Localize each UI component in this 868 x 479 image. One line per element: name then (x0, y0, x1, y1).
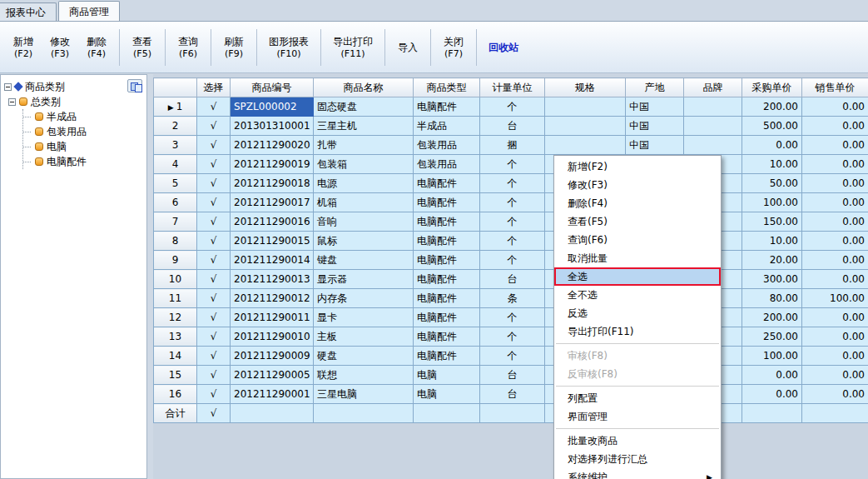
cell-purchase-price[interactable]: 0.00 (742, 136, 802, 155)
col-header-unit[interactable]: 计量单位 (480, 78, 545, 97)
cell-sale-price[interactable]: 0.00 (802, 251, 868, 270)
cell-sale-price[interactable]: 0.00 (802, 136, 868, 155)
cell-name[interactable]: 固态硬盘 (314, 97, 414, 117)
cell-name[interactable]: 三星主机 (314, 117, 414, 136)
cell-code[interactable]: 201211290014 (231, 251, 314, 270)
cell-brand[interactable] (684, 117, 742, 136)
menu-item-export-print[interactable]: 导出打印(F11) (554, 322, 721, 341)
tree-root-product-category[interactable]: 商品类别 (4, 79, 145, 94)
tab-report-center[interactable]: 报表中心 (0, 2, 57, 21)
row-number-cell[interactable]: ▶9 (154, 251, 197, 270)
cell-type[interactable]: 半成品 (414, 117, 480, 136)
col-header-brand[interactable]: 品牌 (684, 78, 742, 97)
cell-sale-price[interactable]: 0.00 (802, 193, 868, 212)
cell-unit[interactable]: 捆 (480, 136, 545, 155)
cell-name[interactable]: 键盘 (314, 251, 414, 270)
toolbar-button-query[interactable]: 查询 (F6) (170, 25, 206, 70)
cell-type[interactable]: 电脑配件 (414, 232, 480, 251)
row-number-cell[interactable]: ▶10 (154, 270, 197, 289)
cell-unit[interactable]: 台 (480, 117, 545, 136)
cell-purchase-price[interactable]: 20.00 (742, 251, 802, 270)
menu-item-new[interactable]: 新增(F2) (554, 157, 721, 176)
cell-name[interactable]: 显卡 (314, 308, 414, 327)
cell-unit[interactable]: 个 (480, 232, 545, 251)
tab-product-management[interactable]: 商品管理 (58, 1, 120, 21)
menu-item-delete[interactable]: 删除(F4) (554, 194, 721, 212)
cell-purchase-price[interactable]: 10.00 (742, 232, 802, 251)
cell-code[interactable]: 201211290012 (231, 289, 314, 308)
row-number-cell[interactable]: ▶1 (154, 97, 197, 117)
cell-select[interactable]: √ (197, 366, 231, 385)
cell-code[interactable]: 201211290005 (231, 366, 314, 385)
toolbar-button-recycle-bin[interactable]: 回收站 (481, 25, 526, 70)
cell-name[interactable]: 电源 (314, 174, 414, 193)
menu-item-cancel-batch[interactable]: 取消批量 (554, 249, 721, 267)
cell-select[interactable]: √ (197, 308, 231, 327)
cell-spec[interactable] (545, 97, 626, 117)
tree-group-total-category[interactable]: 总类别 (8, 94, 145, 109)
row-number-cell[interactable]: ▶11 (154, 289, 197, 308)
tree-item-semi-finished[interactable]: 半成品 (23, 109, 145, 124)
cell-name[interactable]: 联想 (314, 366, 414, 385)
cell-select[interactable]: √ (197, 251, 231, 270)
cell-select[interactable]: √ (197, 212, 231, 232)
cell-sale-price[interactable]: 0.00 (802, 97, 868, 117)
menu-item-summarize-selected-column[interactable]: 对选择列进行汇总 (554, 450, 721, 468)
cell-name[interactable]: 扎带 (314, 136, 414, 155)
cell-unit[interactable]: 个 (480, 97, 545, 117)
cell-type[interactable]: 电脑配件 (414, 174, 480, 193)
cell-spec[interactable] (545, 117, 626, 136)
cell-type[interactable]: 电脑配件 (414, 289, 480, 308)
cell-purchase-price[interactable]: 100.00 (742, 193, 802, 212)
cell-name[interactable]: 鼠标 (314, 232, 414, 251)
cell-code[interactable]: 201211290018 (231, 174, 314, 193)
cell-code[interactable]: SPZL000002 (231, 97, 314, 117)
cell-code[interactable]: 201211290015 (231, 232, 314, 251)
cell-select[interactable]: √ (197, 232, 231, 251)
cell-type[interactable]: 电脑配件 (414, 97, 480, 117)
cell-code[interactable]: 201211290001 (231, 385, 314, 404)
row-number-cell[interactable]: ▶6 (154, 193, 197, 212)
toolbar-button-export-print[interactable]: 导出打印 (F11) (325, 25, 380, 70)
tree-item-packaging[interactable]: 包装用品 (23, 124, 145, 139)
cell-origin[interactable]: 中国 (626, 117, 684, 136)
row-number-cell[interactable]: ▶12 (154, 308, 197, 327)
cell-sale-price[interactable]: 0.00 (802, 347, 868, 366)
toolbar-button-modify[interactable]: 修改 (F3) (42, 25, 78, 70)
row-number-cell[interactable]: ▶16 (154, 385, 197, 404)
col-header-type[interactable]: 商品类型 (414, 78, 480, 97)
cell-code[interactable]: 201211290011 (231, 308, 314, 327)
row-number-cell[interactable]: ▶13 (154, 327, 197, 347)
cell-sale-price[interactable]: 0.00 (802, 308, 868, 327)
menu-item-system-maintenance[interactable]: 系统维护 ▶ (554, 468, 721, 479)
col-header-code[interactable]: 商品编号 (231, 78, 314, 97)
cell-sale-price[interactable]: 0.00 (802, 212, 868, 232)
cell-code[interactable]: 201301310001 (231, 117, 314, 136)
cell-name[interactable]: 显示器 (314, 270, 414, 289)
cell-code[interactable]: 201211290016 (231, 212, 314, 232)
cell-unit[interactable]: 个 (480, 347, 545, 366)
cell-unit[interactable]: 台 (480, 385, 545, 404)
tree-item-computer-parts[interactable]: 电脑配件 (23, 154, 145, 169)
cell-sale-price[interactable]: 0.00 (802, 174, 868, 193)
row-number-cell[interactable]: ▶3 (154, 136, 197, 155)
cell-select[interactable]: √ (197, 155, 231, 174)
toolbar-button-import[interactable]: 导入 (389, 25, 426, 70)
cell-type[interactable]: 电脑配件 (414, 212, 480, 232)
cell-purchase-price[interactable]: 0.00 (742, 366, 802, 385)
col-header-spec[interactable]: 规格 (545, 78, 626, 97)
col-header-name[interactable]: 商品名称 (314, 78, 414, 97)
cell-code[interactable]: 201211290009 (231, 347, 314, 366)
cell-select[interactable]: √ (197, 347, 231, 366)
menu-item-invert-select[interactable]: 反选 (554, 304, 721, 322)
cell-purchase-price[interactable]: 500.00 (742, 117, 802, 136)
menu-item-view[interactable]: 查看(F5) (554, 212, 721, 231)
cell-code[interactable]: 201211290013 (231, 270, 314, 289)
cell-name[interactable]: 音响 (314, 212, 414, 232)
cell-name[interactable]: 机箱 (314, 193, 414, 212)
collapse-icon[interactable] (4, 83, 12, 91)
col-header-origin[interactable]: 产地 (626, 78, 684, 97)
cell-origin[interactable]: 中国 (626, 97, 684, 117)
row-number-cell[interactable]: ▶5 (154, 174, 197, 193)
cell-select[interactable]: √ (197, 97, 231, 117)
